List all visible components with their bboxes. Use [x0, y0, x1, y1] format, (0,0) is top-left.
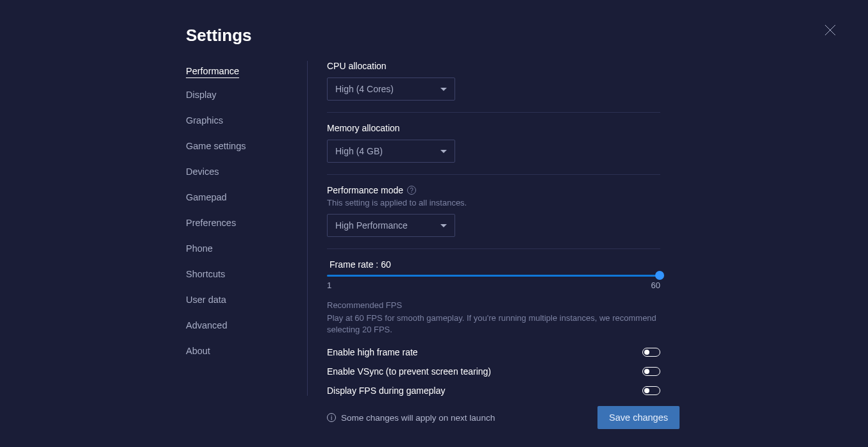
sidebar-item-shortcuts[interactable]: Shortcuts	[186, 265, 225, 283]
frame-rate-min: 1	[327, 280, 331, 290]
enable-high-frame-label: Enable high frame rate	[327, 347, 418, 357]
sidebar-item-graphics[interactable]: Graphics	[186, 111, 223, 129]
sidebar-item-performance[interactable]: Performance	[186, 62, 239, 78]
performance-mode-value: High Performance	[335, 220, 408, 231]
cpu-allocation-value: High (4 Cores)	[335, 84, 394, 94]
chevron-down-icon	[440, 224, 447, 227]
page-title: Settings	[186, 26, 868, 45]
enable-vsync-label: Enable VSync (to prevent screen tearing)	[327, 366, 491, 377]
settings-content: CPU allocation High (4 Cores) Memory all…	[308, 61, 673, 396]
display-fps-toggle[interactable]	[642, 386, 660, 395]
memory-allocation-label: Memory allocation	[327, 123, 673, 133]
memory-allocation-select[interactable]: High (4 GB)	[327, 140, 455, 163]
cpu-allocation-label: CPU allocation	[327, 61, 673, 71]
performance-mode-select[interactable]: High Performance	[327, 214, 455, 237]
display-fps-label: Display FPS during gameplay	[327, 386, 445, 396]
sidebar-item-gamepad[interactable]: Gamepad	[186, 188, 227, 206]
divider	[327, 248, 660, 249]
sidebar-item-phone[interactable]: Phone	[186, 240, 213, 257]
chevron-down-icon	[440, 150, 447, 153]
save-changes-button[interactable]: Save changes	[597, 406, 680, 429]
sidebar: Performance Display Graphics Game settin…	[186, 61, 308, 396]
frame-rate-max: 60	[651, 280, 660, 290]
memory-allocation-value: High (4 GB)	[335, 146, 383, 156]
sidebar-item-devices[interactable]: Devices	[186, 163, 219, 181]
performance-mode-label: Performance mode	[327, 185, 403, 195]
enable-vsync-toggle[interactable]	[642, 367, 660, 376]
slider-thumb[interactable]	[655, 271, 664, 280]
frame-rate-slider[interactable]	[327, 275, 660, 277]
footer-note-text: Some changes will apply on next launch	[341, 413, 495, 423]
sidebar-item-about[interactable]: About	[186, 342, 210, 360]
chevron-down-icon	[440, 88, 447, 91]
sidebar-item-preferences[interactable]: Preferences	[186, 214, 236, 232]
divider	[327, 174, 660, 175]
recommended-fps-title: Recommended FPS	[327, 300, 673, 310]
close-button[interactable]	[824, 24, 836, 36]
sidebar-item-game-settings[interactable]: Game settings	[186, 137, 246, 155]
sidebar-item-user-data[interactable]: User data	[186, 291, 226, 309]
cpu-allocation-select[interactable]: High (4 Cores)	[327, 77, 455, 101]
info-icon: i	[327, 413, 336, 422]
divider	[327, 112, 660, 113]
help-icon[interactable]: ?	[407, 186, 416, 195]
sidebar-item-advanced[interactable]: Advanced	[186, 316, 228, 334]
enable-high-frame-toggle[interactable]	[642, 348, 660, 357]
sidebar-item-display[interactable]: Display	[186, 86, 217, 104]
recommended-fps-text: Play at 60 FPS for smooth gameplay. If y…	[327, 313, 660, 336]
performance-mode-sub: This setting is applied to all instances…	[327, 198, 673, 207]
frame-rate-label: Frame rate : 60	[330, 259, 673, 270]
